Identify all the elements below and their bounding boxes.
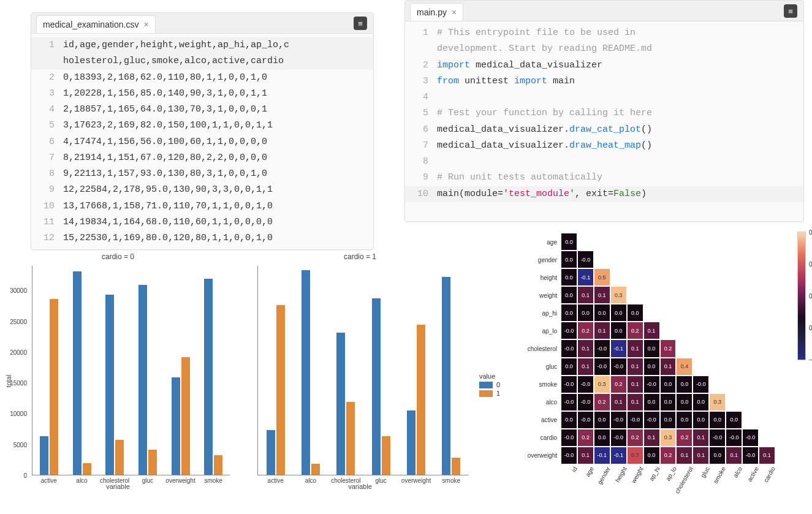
bar — [311, 464, 320, 475]
heatmap-cell: -0.0 — [610, 411, 627, 429]
heatmap-cell: -0.0 — [610, 358, 627, 376]
heatmap-cell: 0.0 — [660, 411, 677, 429]
heatmap-cell: -0.1 — [610, 339, 627, 357]
bar — [407, 410, 415, 475]
heatmap-cell: 0.2 — [610, 376, 627, 393]
heatmap-cell: -0.0 — [561, 429, 577, 447]
menu-icon[interactable]: ≡ — [784, 4, 797, 18]
heatmap-xlabel: ap_hi — [646, 464, 661, 482]
heatmap-cell: -0.0 — [726, 429, 742, 447]
heatmap-cell: 0.3 — [594, 376, 610, 393]
heatmap-cell: 0.3 — [660, 429, 677, 447]
heatmap-cell: 0.2 — [577, 322, 594, 339]
heatmap-cell: 0.7 — [627, 447, 643, 464]
heatmap-cell: 0.1 — [577, 447, 594, 464]
py-content[interactable]: 1# This entrypoint file to be used in de… — [405, 21, 803, 206]
heatmap-cell: -0.0 — [561, 376, 577, 393]
heatmap-cell: 0.0 — [726, 411, 742, 429]
heatmap-cell: -0.0 — [594, 339, 610, 357]
heatmap-cell: 0.1 — [660, 358, 677, 376]
heatmap-cell: 0.1 — [759, 447, 775, 464]
colorbar-tick: −0.08 — [805, 357, 812, 363]
bar — [172, 377, 180, 475]
tab-label: main.py — [417, 7, 447, 17]
heatmap-xlabel: ap_lo — [662, 464, 677, 482]
heatmap-cell: 0.1 — [643, 322, 660, 339]
heatmap-cell: -0.0 — [692, 376, 709, 393]
x-axis-label: variable — [0, 483, 236, 490]
bar — [276, 305, 285, 475]
heatmap-cell: 0.3 — [709, 393, 726, 411]
heatmap-cell: 0.2 — [660, 447, 677, 464]
colorbar: 0.240.160.080.00−0.08 — [797, 232, 806, 360]
heatmap-cell: -0.1 — [594, 447, 610, 464]
bar — [40, 436, 48, 475]
facet-cardio-0: cardio = 0 05000100001500020000250003000… — [0, 252, 236, 491]
heatmap-cell: -0.0 — [643, 411, 660, 429]
bar — [336, 333, 345, 475]
heatmap-xlabel: gender — [594, 464, 612, 485]
heatmap-ylabel: age — [547, 238, 561, 245]
x-axis-label: variable — [245, 483, 475, 490]
heatmap-ylabel: cardio — [541, 434, 561, 441]
heatmap-cell: 0.0 — [660, 376, 677, 393]
heatmap-ylabel: weight — [539, 292, 561, 298]
catplot: total cardio = 0 05000100001500020000250… — [0, 252, 475, 510]
heatmap-cell: 0.0 — [561, 358, 577, 376]
bar — [214, 455, 222, 475]
bar — [452, 458, 460, 475]
heatmap-cell: 0.2 — [594, 393, 610, 411]
heatmap-cell: 0.0 — [561, 411, 577, 429]
heatmap-cell: -0.0 — [627, 411, 643, 429]
bar — [442, 277, 450, 475]
heatmap-cell: -0.0 — [577, 376, 594, 393]
heatmap-cell: 0.5 — [594, 268, 610, 286]
heatmap-cell: 0.1 — [643, 429, 660, 447]
heatmap-cell: 0.4 — [676, 358, 692, 376]
heatmap-cell: -0.1 — [610, 447, 627, 464]
close-icon[interactable]: × — [143, 20, 148, 29]
heatmap-cell: 0.1 — [676, 447, 692, 464]
heatmap-cell: 0.2 — [676, 429, 692, 447]
tab-py[interactable]: main.py × — [410, 3, 463, 21]
bar — [83, 463, 91, 475]
heatmap-ylabel: ap_lo — [542, 327, 561, 334]
tab-bar: main.py × ≡ — [405, 1, 803, 21]
heatmap-cell: 0.2 — [627, 429, 643, 447]
heatmap-cell: 0.0 — [627, 304, 643, 322]
heatmap: age0.0gender0.0-0.0height0.0-0.10.5weigh… — [512, 227, 806, 508]
heatmap-cell: 0.1 — [627, 339, 643, 357]
y-tick: 25000 — [10, 318, 27, 325]
heatmap-cell: -0.0 — [742, 447, 759, 464]
y-tick: 0 — [23, 472, 27, 479]
y-tick: 10000 — [10, 410, 27, 417]
bar — [181, 357, 190, 475]
bar — [115, 440, 124, 475]
heatmap-cell: -0.0 — [742, 429, 759, 447]
close-icon[interactable]: × — [452, 7, 457, 17]
heatmap-xlabel: smoke — [710, 464, 727, 485]
heatmap-cell: 0.0 — [561, 304, 577, 322]
heatmap-cell: -0.0 — [577, 411, 594, 429]
facet-title: cardio = 1 — [245, 252, 475, 261]
csv-content[interactable]: 1id,age,gender,height,weight,ap_hi,ap_lo… — [31, 34, 373, 250]
heatmap-cell: 0.0 — [594, 411, 610, 429]
heatmap-xlabel: weight — [628, 464, 644, 485]
heatmap-cell: 0.0 — [561, 268, 577, 286]
heatmap-cell: 0.0 — [692, 393, 709, 411]
heatmap-cell: 0.2 — [660, 339, 677, 357]
heatmap-xlabel: active — [744, 464, 760, 483]
py-editor-pane: main.py × ≡ 1# This entrypoint file to b… — [404, 0, 804, 222]
plot-area: activealcocholesterolglucoverweightsmoke — [32, 266, 230, 475]
bar — [138, 285, 147, 475]
facet-cardio-1: cardio = 1 activealcocholesterolglucover… — [245, 252, 475, 491]
heatmap-xlabel: height — [612, 464, 628, 483]
heatmap-cell: 0.1 — [594, 322, 610, 339]
menu-icon[interactable]: ≡ — [354, 17, 367, 30]
heatmap-cell: 0.1 — [610, 393, 627, 411]
heatmap-xlabel: id — [568, 464, 579, 473]
heatmap-cell: -0.0 — [561, 393, 577, 411]
heatmap-ylabel: overweight — [528, 452, 561, 459]
tab-csv[interactable]: medical_examination.csv × — [36, 15, 156, 33]
bar — [417, 325, 425, 475]
